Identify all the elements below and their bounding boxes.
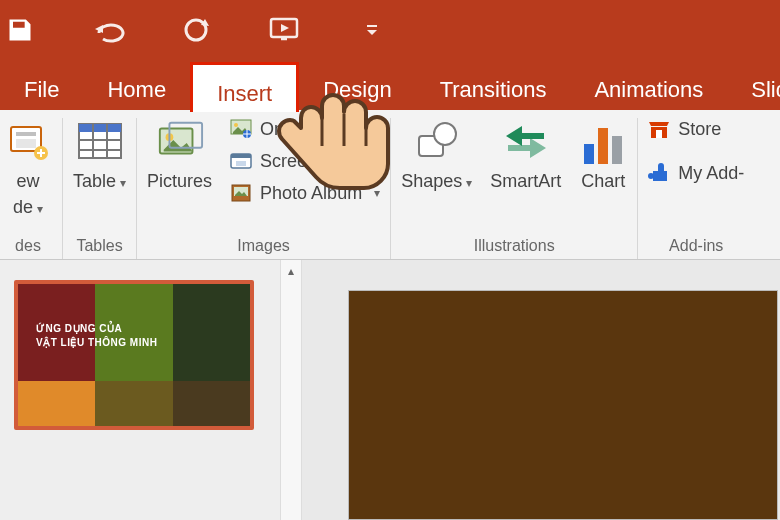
svg-rect-5: [16, 139, 36, 148]
pictures-icon: [156, 118, 204, 166]
thumb-title: ỨNG DỤNG CỦA VẬT LIỆU THÔNG MINH: [36, 322, 157, 350]
thumbnail-scrollbar[interactable]: ▴: [280, 260, 302, 520]
slide-thumbnail-1[interactable]: ỨNG DỤNG CỦA VẬT LIỆU THÔNG MINH: [14, 280, 254, 430]
images-mini-list: Online Screenshot Photo Album: [230, 118, 380, 204]
tab-transitions[interactable]: Transitions: [416, 60, 571, 110]
smartart-button[interactable]: SmartArt: [490, 118, 561, 192]
svg-rect-8: [79, 124, 121, 132]
group-images: Pictures Online Screenshot: [137, 118, 391, 259]
chart-label: Chart: [581, 172, 625, 192]
store-label: Store: [678, 119, 721, 140]
shapes-icon: [413, 118, 461, 166]
svg-rect-22: [656, 130, 662, 138]
new-slide-label-1: ew: [16, 172, 39, 192]
photo-album-icon: [230, 182, 252, 204]
tab-design[interactable]: Design: [299, 60, 415, 110]
svg-rect-17: [236, 161, 246, 166]
start-from-beginning-button[interactable]: [264, 17, 304, 43]
group-slides-label: des: [15, 237, 41, 255]
store-button[interactable]: Store: [648, 118, 721, 140]
svg-rect-4: [16, 132, 36, 136]
group-addins: Store My Add- Add-ins: [638, 118, 754, 259]
current-slide[interactable]: [348, 290, 778, 520]
tab-home[interactable]: Home: [83, 60, 190, 110]
pictures-label: Pictures: [147, 172, 212, 192]
group-images-label: Images: [237, 237, 289, 255]
tab-slideshow[interactable]: Slide Show: [727, 60, 780, 110]
powerpoint-app: File Home Insert Design Transitions Anim…: [0, 0, 780, 520]
new-slide-icon: [4, 118, 52, 166]
chart-icon: [579, 118, 627, 166]
ribbon: ew de des Table Tables: [0, 110, 780, 260]
table-button[interactable]: Table: [73, 118, 126, 192]
table-label: Table: [73, 172, 126, 192]
group-addins-label: Add-ins: [669, 237, 723, 255]
svg-point-21: [434, 123, 456, 145]
save-button[interactable]: [0, 16, 40, 44]
svg-rect-16: [231, 154, 251, 158]
slide-thumbnails-pane[interactable]: ỨNG DỤNG CỦA VẬT LIỆU THÔNG MINH: [0, 260, 280, 520]
svg-point-23: [648, 173, 654, 179]
online-pictures-label: Online: [260, 119, 312, 140]
svg-rect-2: [367, 25, 377, 27]
table-icon: [76, 118, 124, 166]
group-tables: Table Tables: [63, 118, 137, 259]
my-addins-button[interactable]: My Add-: [648, 162, 744, 184]
slide-canvas-area: [302, 260, 780, 520]
group-illustrations: Shapes SmartArt Chart Illustrations: [391, 118, 638, 259]
scroll-up-icon[interactable]: ▴: [288, 264, 294, 278]
store-icon: [648, 118, 670, 140]
my-addins-icon: [648, 162, 670, 184]
editor-area: ỨNG DỤNG CỦA VẬT LIỆU THÔNG MINH ▴: [0, 260, 780, 520]
smartart-icon: [502, 118, 550, 166]
shapes-button[interactable]: Shapes: [401, 118, 472, 192]
undo-button[interactable]: [88, 17, 128, 43]
smartart-label: SmartArt: [490, 172, 561, 192]
quick-access-toolbar: [0, 0, 780, 60]
screenshot-icon: [230, 150, 252, 172]
group-tables-label: Tables: [76, 237, 122, 255]
tab-insert[interactable]: Insert: [190, 62, 299, 112]
photo-album-button[interactable]: Photo Album: [230, 182, 380, 204]
group-slides: ew de des: [0, 118, 63, 259]
qat-more-button[interactable]: [352, 23, 392, 37]
online-pictures-icon: [230, 118, 252, 140]
my-addins-label: My Add-: [678, 163, 744, 184]
chart-button[interactable]: Chart: [579, 118, 627, 192]
ribbon-tabs: File Home Insert Design Transitions Anim…: [0, 60, 780, 110]
screenshot-button[interactable]: Screenshot: [230, 150, 369, 172]
pictures-button[interactable]: Pictures: [147, 118, 212, 192]
screenshot-label: Screenshot: [260, 151, 351, 172]
new-slide-label-2: de: [13, 198, 43, 218]
tab-animations[interactable]: Animations: [570, 60, 727, 110]
photo-album-label: Photo Album: [260, 183, 362, 204]
new-slide-button[interactable]: ew de: [4, 118, 52, 218]
tab-file[interactable]: File: [0, 60, 83, 110]
shapes-label: Shapes: [401, 172, 472, 192]
addins-list: Store My Add-: [648, 118, 744, 184]
group-illustrations-label: Illustrations: [474, 237, 555, 255]
redo-button[interactable]: [176, 15, 216, 45]
online-pictures-button[interactable]: Online: [230, 118, 312, 140]
svg-point-13: [234, 123, 238, 127]
